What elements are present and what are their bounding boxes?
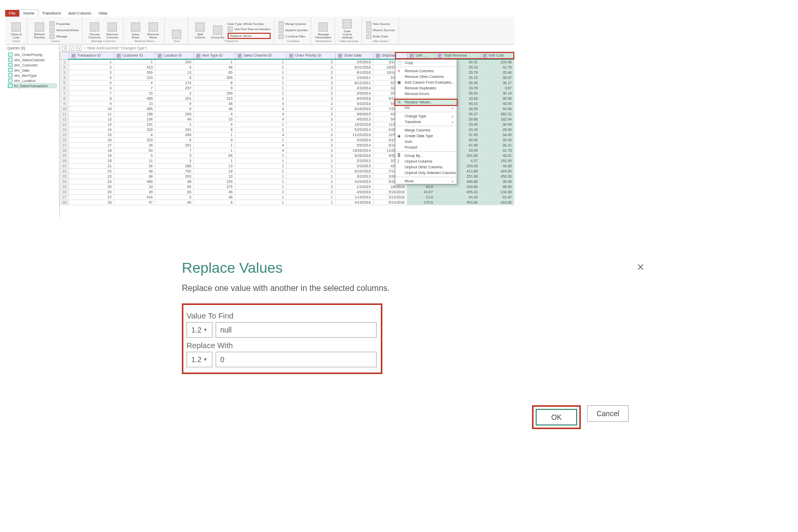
cell[interactable]: 2 [286,117,335,122]
cell[interactable]: 10 [194,117,235,122]
replace-with-type-select[interactable]: 1.2▼ [187,352,212,367]
query-item[interactable]: fct_SalesTransaction [7,83,57,88]
cell[interactable]: 2/5/2018 [335,60,373,65]
cell[interactable]: 36.21 [480,143,514,148]
cell[interactable]: 5 [155,195,193,200]
cell[interactable]: 4 [114,132,155,138]
cell[interactable]: 382.31 [480,112,514,117]
cell[interactable]: 7 [155,148,193,153]
cell[interactable]: 182.94 [480,117,514,122]
cell[interactable]: 9/1/2018 [335,70,373,75]
cell[interactable]: 315 [114,75,155,81]
cell[interactable]: 10 [194,174,235,179]
cell[interactable]: 9 [155,101,193,107]
cell[interactable]: 11/25/2019 [335,132,373,138]
cell[interactable]: 48 [194,107,235,112]
query-item[interactable]: dim_Customer [7,62,57,68]
cell[interactable]: 13 [69,122,114,127]
choose-columns-button[interactable]: Choose Columns [87,18,102,39]
cell[interactable]: 1 [235,86,286,91]
cell[interactable]: 91.87 [480,195,514,200]
cell[interactable]: 2 [286,112,335,117]
sort-button[interactable] [169,18,184,39]
cell[interactable]: 410.60 [480,200,514,205]
cell[interactable]: 65 [194,153,235,158]
cell[interactable]: 291 [155,96,193,101]
cell[interactable]: 260 [155,132,193,138]
cell[interactable]: 1 [235,158,286,164]
cell[interactable]: 2/8/2018 [373,184,407,190]
new-source-button[interactable]: New Source [366,21,395,26]
cell[interactable]: 293 [155,174,193,179]
cell[interactable]: 3.87 [480,86,514,91]
cell[interactable]: 4 [235,117,286,122]
replace-values-ribbon-button[interactable]: Replace Values [228,33,271,39]
cell[interactable]: 1 [235,179,286,184]
cell[interactable]: 293 [155,60,193,65]
cell[interactable]: 1 [286,164,335,169]
cell[interactable]: 1 [235,184,286,190]
cell[interactable]: 1 [286,127,335,132]
cell[interactable]: 2 [286,107,335,112]
fx-icon[interactable]: fx [76,46,82,51]
cell[interactable]: 15 [114,91,155,96]
cell[interactable]: 68 [114,174,155,179]
cell[interactable]: 2 [286,91,335,96]
cell[interactable]: 355 [194,75,235,81]
cell[interactable]: 1 [235,169,286,174]
data-type-button[interactable]: Data Type: Whole Number [228,22,271,25]
cell[interactable]: 4 [235,143,286,148]
cell[interactable]: 1 [235,65,286,70]
cell[interactable]: 9 [194,122,235,127]
cell[interactable]: 450.35 [480,174,514,179]
cell[interactable]: 48 [114,169,155,174]
tab-view[interactable]: View [95,10,111,17]
cell[interactable]: 8/28/2018 [335,153,373,158]
advanced-editor-button[interactable]: Advanced Editor [49,28,79,33]
cell[interactable]: 1 [194,60,235,65]
cell[interactable]: 8 [194,127,235,132]
cell[interactable]: 151 [114,122,155,127]
cell[interactable]: 9 [69,101,114,107]
cell[interactable]: 6/18/2018 [335,107,373,112]
cell[interactable]: 2 [286,190,335,195]
cell[interactable]: 15 [69,132,114,138]
ctx-transform[interactable]: Transform▸ [395,119,457,125]
cell[interactable]: 13 [194,164,235,169]
cell[interactable]: 2 [286,86,335,91]
cell[interactable]: 1 [286,169,335,174]
cell[interactable]: 291 [155,127,193,132]
cell[interactable]: 1 [286,174,335,179]
cell[interactable]: 1 [194,132,235,138]
cell[interactable]: 1 [235,174,286,179]
cell[interactable]: 34.45 [480,132,514,138]
refresh-preview-button[interactable]: Refresh Preview [32,18,47,39]
cell[interactable]: 2 [286,132,335,138]
enter-data-button[interactable]: Enter Data [366,34,395,39]
remove-columns-button[interactable]: Remove Columns [104,18,120,39]
cell[interactable]: 2 [69,65,114,70]
value-to-find-type-select[interactable]: 1.2▼ [187,322,212,338]
cell[interactable]: 2 [286,75,335,81]
cell[interactable]: 234.90 [480,60,514,65]
cell[interactable]: 2 [286,184,335,190]
cell[interactable]: 2 [286,148,335,153]
cell[interactable]: 1 [286,122,335,127]
ctx-fill[interactable]: Fill▸ [395,105,457,111]
cell[interactable]: 7 [69,91,114,96]
cell[interactable]: 1 [235,195,286,200]
cell[interactable]: 36.17 [480,81,514,86]
cell[interactable]: 424.85 [480,169,514,174]
cell[interactable]: 48 [155,179,193,184]
cell[interactable]: 2 [286,153,335,158]
table-row[interactable]: 25251085275121/3/20192/8/201843.8269.809… [60,184,514,190]
cell[interactable]: 2 [286,60,335,65]
cell[interactable]: 8 [194,200,235,205]
cell[interactable]: 310 [114,127,155,132]
cell[interactable]: 5 [114,153,155,158]
data-source-settings-button[interactable]: Data source settings [339,18,355,39]
cell[interactable]: 46.00 [480,164,514,169]
cell[interactable]: 43.87 [407,190,435,195]
cell[interactable]: 34 [114,143,155,148]
ctx-move[interactable]: Move▸ [395,178,457,184]
